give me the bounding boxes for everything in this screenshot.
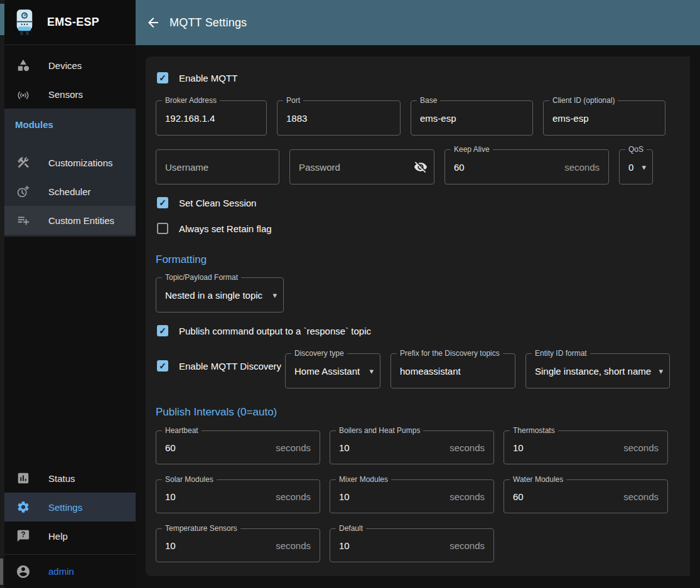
broker-address-field[interactable]: Broker Address 192.168.1.4 (156, 100, 267, 136)
username-field[interactable]: Username (156, 149, 279, 184)
sidebar-item-status[interactable]: Status (4, 464, 136, 493)
field-value: 60 (454, 162, 465, 173)
field-label: Entity ID format (532, 349, 590, 358)
field-placeholder: Username (165, 162, 208, 173)
checkbox-box[interactable]: ✓ (157, 223, 168, 234)
content-area: ✓ Enable MQTT Broker Address 192.168.1.4… (136, 45, 700, 588)
field-suffix: seconds (623, 442, 659, 453)
more-time-icon (16, 184, 31, 199)
credentials-row: Username Password Keep Alive 60 seconds (156, 149, 680, 184)
intervals-row-3: Temperature Sensors 10seconds Default 10… (156, 528, 680, 562)
sidebar: EMS-ESP Devices Sensors Modules Customiz… (4, 0, 136, 588)
sidebar-item-scheduler[interactable]: Scheduler (4, 177, 136, 206)
entity-id-format-select[interactable]: Entity ID format Single instance, short … (525, 353, 670, 388)
checkbox-box[interactable]: ✓ (157, 72, 168, 83)
set-clean-session-checkbox[interactable]: ✓ Set Clean Session (156, 195, 680, 210)
gear-icon (16, 500, 31, 515)
sidebar-item-devices[interactable]: Devices (4, 51, 136, 80)
field-value: 10 (339, 540, 350, 551)
arrow-back-icon (146, 15, 161, 30)
sidebar-item-label: Devices (48, 60, 82, 71)
scrollbar-thumb-bottom[interactable] (0, 559, 3, 585)
qos-select[interactable]: QoS 0 ▾ (619, 149, 653, 184)
caret-down-icon: ▾ (642, 163, 646, 172)
discovery-type-select[interactable]: Discovery type Home Assistant ▾ (285, 353, 380, 388)
heartbeat-interval-field[interactable]: Heartbeat 60seconds (156, 430, 320, 464)
left-scrollbar[interactable] (0, 0, 4, 588)
enable-mqtt-discovery-checkbox[interactable]: ✓ Enable MQTT Discovery (156, 358, 285, 373)
field-label: Prefix for the Discovery topics (397, 349, 503, 358)
base-field[interactable]: Base ems-esp (411, 100, 533, 136)
checkbox-box[interactable]: ✓ (157, 360, 168, 372)
modules-section-header: Modules (4, 117, 136, 132)
field-value: ems-esp (420, 113, 456, 124)
port-field[interactable]: Port 1883 (277, 100, 401, 136)
field-label: QoS (625, 145, 647, 154)
checkbox-box[interactable]: ✓ (157, 197, 168, 208)
field-suffix: seconds (450, 540, 485, 551)
scrollbar-thumb-top[interactable] (0, 4, 4, 35)
checkbox-box[interactable]: ✓ (157, 325, 168, 336)
water-interval-field[interactable]: Water Modules 60seconds (503, 479, 668, 513)
boiler-logo-icon (13, 8, 36, 37)
check-icon: ✓ (159, 326, 166, 335)
enable-mqtt-checkbox[interactable]: ✓ Enable MQTT (156, 70, 680, 85)
field-suffix: seconds (276, 540, 311, 551)
discovery-prefix-field[interactable]: Prefix for the Discovery topics homeassi… (390, 353, 515, 388)
thermostats-interval-field[interactable]: Thermostats 10seconds (503, 430, 668, 464)
retain-flag-checkbox[interactable]: ✓ Always set Retain flag (156, 221, 680, 236)
field-label: Port (283, 96, 303, 105)
field-label: Heartbeat (162, 426, 202, 435)
sidebar-item-label: Help (48, 531, 68, 542)
back-button[interactable] (146, 15, 161, 30)
svg-text:?: ? (21, 530, 25, 539)
sidebar-item-help[interactable]: ? Help (4, 521, 136, 550)
solar-interval-field[interactable]: Solar Modules 10seconds (156, 479, 320, 513)
field-label: Client ID (optional) (549, 96, 618, 105)
field-label: Thermostats (510, 426, 558, 435)
field-value: 10 (165, 540, 176, 551)
playlist-add-icon (16, 213, 31, 228)
sidebar-user-block: admin (4, 554, 136, 588)
check-icon: ✓ (159, 361, 166, 370)
field-label: Discovery type (291, 349, 347, 358)
sidebar-item-label: Settings (48, 502, 82, 513)
field-label: Boilers and Heat Pumps (336, 426, 423, 435)
sidebar-item-custom-entities[interactable]: Custom Entities (4, 206, 136, 235)
field-suffix: seconds (450, 442, 485, 453)
sidebar-item-label: Custom Entities (48, 215, 114, 226)
check-icon: ✓ (159, 198, 166, 207)
sidebar-item-customizations[interactable]: Customizations (4, 148, 136, 177)
password-field[interactable]: Password (289, 149, 434, 184)
field-suffix: seconds (276, 491, 311, 502)
default-interval-field[interactable]: Default 10seconds (330, 528, 494, 562)
boilers-interval-field[interactable]: Boilers and Heat Pumps 10seconds (330, 430, 494, 464)
checkbox-label: Enable MQTT (179, 73, 237, 83)
field-value: 192.168.1.4 (165, 113, 215, 124)
sidebar-item-label: Sensors (48, 89, 83, 100)
field-value: 10 (339, 442, 350, 453)
app-title: EMS-ESP (47, 16, 99, 29)
sidebar-item-sensors[interactable]: Sensors (4, 80, 136, 109)
checkbox-label: Enable MQTT Discovery (179, 361, 281, 372)
sensors-icon (16, 87, 31, 102)
client-id-field[interactable]: Client ID (optional) ems-esp (543, 100, 665, 136)
assessment-icon (16, 471, 31, 486)
visibility-off-icon[interactable] (414, 160, 428, 174)
topic-payload-format-select[interactable]: Topic/Payload Format Nested in a single … (156, 277, 284, 313)
publish-response-checkbox[interactable]: ✓ Publish command output to a `response`… (156, 323, 680, 338)
account-circle-icon (16, 564, 31, 579)
field-label: Temperature Sensors (162, 524, 240, 533)
user-menu[interactable]: admin (4, 555, 136, 588)
mixer-interval-field[interactable]: Mixer Modules 10seconds (330, 479, 494, 513)
select-value: Home Assistant (294, 366, 360, 377)
sidebar-item-settings[interactable]: Settings (4, 493, 136, 521)
caret-down-icon: ▾ (369, 366, 374, 376)
field-value: 60 (513, 491, 524, 502)
field-label: Topic/Payload Format (162, 273, 241, 282)
temperature-sensors-interval-field[interactable]: Temperature Sensors 10seconds (156, 528, 320, 562)
keep-alive-field[interactable]: Keep Alive 60 seconds (444, 149, 609, 184)
page-title: MQTT Settings (170, 16, 247, 29)
sidebar-item-label: Status (48, 473, 75, 484)
field-suffix: seconds (623, 491, 659, 502)
